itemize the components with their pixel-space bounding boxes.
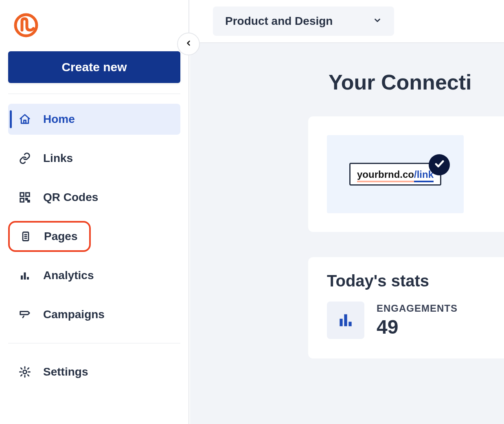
chevron-down-icon	[373, 15, 382, 28]
home-icon	[18, 113, 32, 125]
svg-rect-2	[26, 193, 30, 197]
stat-label: ENGAGEMENTS	[377, 303, 458, 314]
svg-rect-4	[26, 199, 28, 200]
stat-value: 49	[377, 316, 458, 338]
connections-card: yourbrnd.co/link	[308, 116, 504, 232]
sidebar-item-analytics[interactable]: Analytics	[8, 260, 180, 291]
gear-icon	[18, 366, 32, 378]
svg-point-13	[23, 370, 27, 374]
analytics-icon	[18, 269, 32, 282]
check-icon	[434, 158, 445, 172]
stats-title: Today's stats	[327, 272, 504, 290]
sidebar-item-label: Settings	[43, 365, 88, 378]
svg-rect-15	[344, 314, 347, 326]
brand-link-box: yourbrnd.co/link	[349, 163, 441, 186]
sidebar-item-pages[interactable]: Pages	[8, 221, 91, 252]
main-area: Product and Design Your Connecti yourbrn…	[190, 0, 504, 424]
workspace-name: Product and Design	[225, 15, 333, 28]
qr-code-icon	[18, 191, 32, 203]
stats-card: Today's stats ENGAGEMENTS 49	[308, 257, 504, 358]
content: Your Connecti yourbrnd.co/link Today's s…	[190, 43, 504, 358]
bar-chart-icon	[327, 302, 364, 339]
sidebar-item-settings[interactable]: Settings	[8, 356, 180, 387]
page-title: Your Connecti	[190, 70, 504, 94]
svg-rect-3	[20, 199, 24, 202]
page-icon	[19, 230, 33, 243]
svg-rect-10	[21, 275, 23, 280]
sidebar-item-links[interactable]: Links	[8, 143, 180, 174]
divider	[8, 343, 180, 343]
sidebar-item-label: Analytics	[43, 269, 94, 282]
sidebar-item-label: Pages	[44, 230, 78, 243]
brand-link-preview: yourbrnd.co/link	[327, 135, 464, 213]
svg-rect-14	[340, 319, 342, 326]
brand-link-host: yourbrnd.co	[357, 169, 414, 182]
svg-rect-12	[27, 277, 29, 280]
chevron-left-icon	[184, 39, 193, 49]
divider	[8, 94, 180, 94]
stat-engagements: ENGAGEMENTS 49	[327, 302, 504, 339]
sidebar-item-label: Campaigns	[43, 308, 105, 321]
sidebar-item-label: Home	[43, 113, 75, 126]
sidebar-item-campaigns[interactable]: Campaigns	[8, 299, 180, 330]
svg-rect-5	[28, 201, 30, 202]
svg-rect-11	[24, 273, 26, 280]
sidebar-item-home[interactable]: Home	[8, 104, 180, 135]
sidebar-item-qr-codes[interactable]: QR Codes	[8, 182, 180, 213]
svg-rect-1	[20, 193, 24, 197]
workspace-dropdown[interactable]: Product and Design	[213, 7, 394, 36]
sidebar-item-label: QR Codes	[43, 191, 98, 204]
check-badge	[429, 154, 450, 175]
collapse-sidebar-button[interactable]	[177, 33, 200, 55]
sidebar: Create new Home Links QR Codes Pages	[0, 0, 189, 424]
topbar: Product and Design	[190, 0, 504, 43]
create-new-button[interactable]: Create new	[8, 51, 180, 83]
campaigns-icon	[18, 308, 32, 321]
sidebar-item-label: Links	[43, 152, 73, 165]
sidebar-nav: Home Links QR Codes Pages Analytics	[8, 104, 180, 387]
link-icon	[18, 152, 32, 164]
svg-rect-16	[348, 322, 351, 326]
bitly-logo	[13, 12, 180, 38]
